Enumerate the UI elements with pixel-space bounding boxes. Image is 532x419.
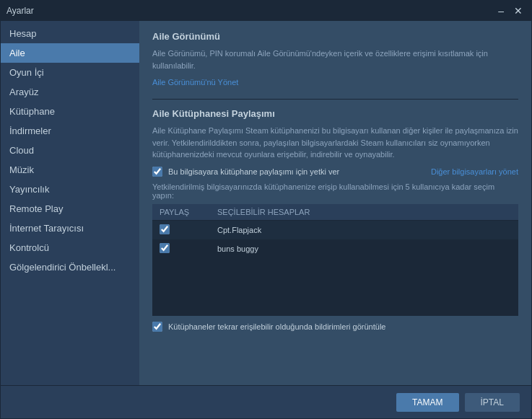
titlebar-controls: – ✕ xyxy=(495,5,526,17)
row2-checkbox[interactable] xyxy=(160,243,170,253)
row2-checkbox-cell xyxy=(152,239,210,258)
section-divider xyxy=(152,99,518,100)
accounts-table: PAYLAŞ SEÇİLEBİLİR HESAPLAR Cpt.Flapjack xyxy=(152,204,518,258)
share-permission-label: Bu bilgisayara kütüphane paylaşımı için … xyxy=(168,167,339,176)
sidebar-item-cloud[interactable]: Cloud xyxy=(1,141,139,160)
share-permission-row: Bu bilgisayara kütüphane paylaşımı için … xyxy=(152,167,518,177)
family-view-section: Aile Görünümü Aile Görünümü, PIN korumal… xyxy=(152,31,518,87)
col-share: PAYLAŞ xyxy=(152,204,210,221)
settings-panel: Aile Görünümü Aile Görünümü, PIN korumal… xyxy=(139,21,531,385)
family-view-title: Aile Görünümü xyxy=(152,31,518,42)
family-view-link[interactable]: Aile Görünümü'nü Yönet xyxy=(152,78,238,87)
library-sharing-desc: Aile Kütüphane Paylaşımı Steam kütüphane… xyxy=(152,125,518,161)
table-row: Cpt.Flapjack xyxy=(152,220,518,239)
close-button[interactable]: ✕ xyxy=(511,5,526,17)
sidebar-item-hesap[interactable]: Hesap xyxy=(1,24,139,43)
settings-window: Ayarlar – ✕ Hesap Aile Oyun İçi Arayüz K… xyxy=(0,0,532,419)
table-empty-space xyxy=(152,258,518,316)
main-content: Hesap Aile Oyun İçi Arayüz Kütüphane İnd… xyxy=(1,21,531,385)
table-header-row: PAYLAŞ SEÇİLEBİLİR HESAPLAR xyxy=(152,204,518,221)
window-title: Ayarlar xyxy=(6,6,34,16)
row1-checkbox[interactable] xyxy=(160,224,170,234)
manage-computers-link[interactable]: Diğer bilgisayarları yönet xyxy=(431,167,518,176)
sidebar-item-golgelendirici[interactable]: Gölgelendirici Önbellekl... xyxy=(1,257,139,277)
sidebar-item-muzik[interactable]: Müzik xyxy=(1,160,139,180)
sidebar-item-kontrolcu[interactable]: Kontrolcü xyxy=(1,238,139,257)
ok-button[interactable]: TAMAM xyxy=(396,393,458,412)
sidebar: Hesap Aile Oyun İçi Arayüz Kütüphane İnd… xyxy=(1,21,139,385)
col-accounts: SEÇİLEBİLİR HESAPLAR xyxy=(210,204,518,221)
sidebar-item-yayincilik[interactable]: Yayıncılık xyxy=(1,180,139,199)
titlebar: Ayarlar – ✕ xyxy=(1,1,531,21)
sidebar-item-oyun-ici[interactable]: Oyun İçi xyxy=(1,63,139,82)
sidebar-item-arayuz[interactable]: Arayüz xyxy=(1,82,139,102)
library-sharing-title: Aile Kütüphanesi Paylaşımı xyxy=(152,108,518,119)
footer: TAMAM İPTAL xyxy=(1,385,531,418)
sidebar-item-internet-tarayicisi[interactable]: İnternet Tarayıcısı xyxy=(1,219,139,238)
sidebar-item-aile[interactable]: Aile xyxy=(1,43,139,63)
sidebar-item-indirmeler[interactable]: İndirmeler xyxy=(1,121,139,141)
table-row: buns buggy xyxy=(152,239,518,258)
accounts-table-section: Yetkilendirilmiş bilgisayarınızda kütüph… xyxy=(152,182,518,316)
notify-row: Kütüphaneler tekrar erişilebilir olduğun… xyxy=(152,322,518,332)
minimize-button[interactable]: – xyxy=(495,5,507,17)
notify-checkbox[interactable] xyxy=(152,322,162,332)
notify-label: Kütüphaneler tekrar erişilebilir olduğun… xyxy=(168,322,385,331)
row1-name: Cpt.Flapjack xyxy=(210,220,518,239)
accounts-tbody: Cpt.Flapjack buns buggy xyxy=(152,220,518,258)
cancel-button[interactable]: İPTAL xyxy=(465,393,520,412)
row1-checkbox-cell xyxy=(152,220,210,239)
library-sharing-section: Aile Kütüphanesi Paylaşımı Aile Kütüphan… xyxy=(152,108,518,332)
accounts-table-desc: Yetkilendirilmiş bilgisayarınızda kütüph… xyxy=(152,182,518,200)
row2-name: buns buggy xyxy=(210,239,518,258)
share-permission-checkbox[interactable] xyxy=(152,167,162,177)
sidebar-item-kutuphane[interactable]: Kütüphane xyxy=(1,102,139,121)
sidebar-item-remote-play[interactable]: Remote Play xyxy=(1,199,139,219)
family-view-desc: Aile Görünümü, PIN korumalı Aile Görünüm… xyxy=(152,48,518,71)
